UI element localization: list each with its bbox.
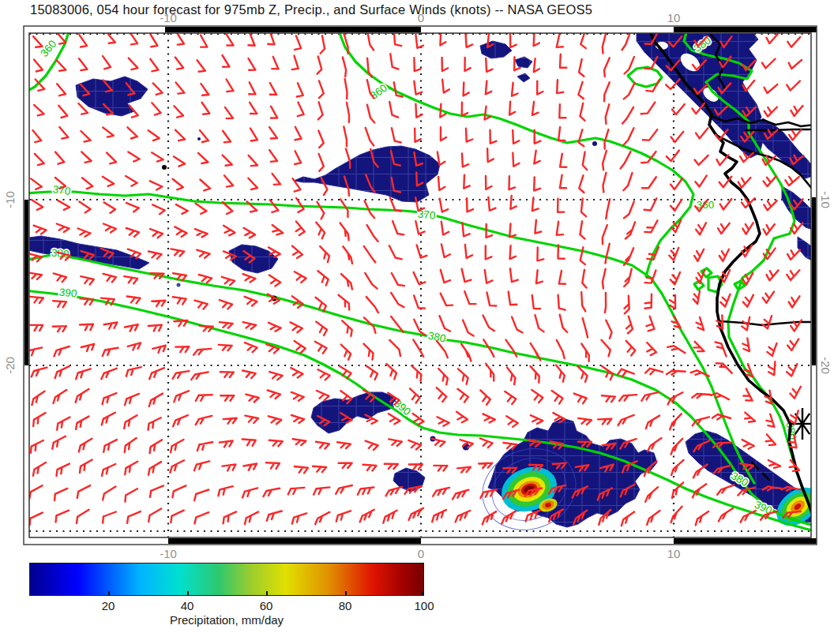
map-dot [592,141,597,146]
colorbar-tick-label: 20 [102,599,115,612]
wind-barb [605,293,606,313]
contour-label: 390 [58,286,77,300]
map-dot [197,137,201,140]
map-dot [162,165,167,170]
country-border [746,129,815,130]
colorbar-tick-label: 60 [260,599,273,612]
colorbar-tick [422,591,423,596]
colorbar-gradient [29,563,424,596]
colorbar-tick [108,591,110,596]
colorbar-tick [266,591,268,596]
weather-map-figure: 15083006, 054 hour forecast for 975mb Z,… [0,0,834,644]
map-dot [177,283,181,287]
colorbar-tick [187,591,189,596]
precip-colorbar: 20406080100 Precipitation, mm/day [29,563,424,642]
colorbar-tick-label: 100 [414,599,434,612]
colorbar-tick-label: 40 [181,599,194,612]
colorbar-tick-label: 80 [339,599,352,612]
colorbar-tick [345,591,347,596]
map-canvas: 360360370370360380380380380380390390390 [0,0,834,644]
colorbar-label: Precipitation, mm/day [170,613,284,627]
contour-label: 370 [52,183,71,197]
